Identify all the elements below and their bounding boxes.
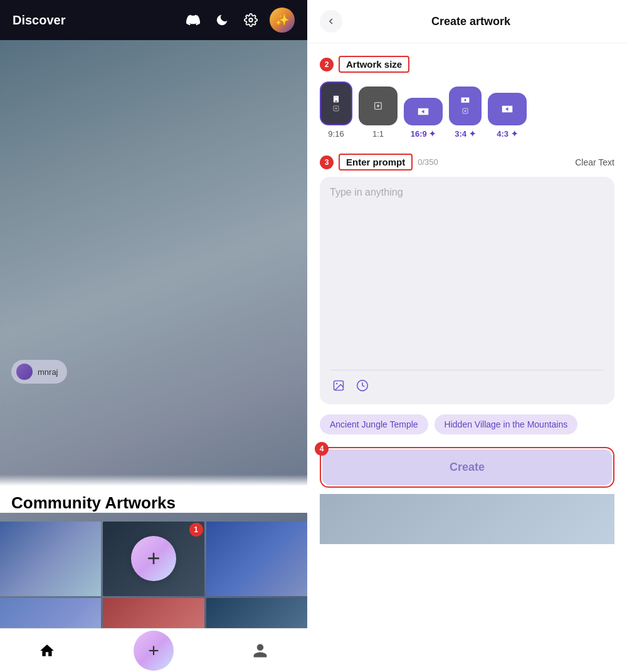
discover-title: Discover: [13, 13, 66, 28]
size-option-11[interactable]: 1:1: [359, 87, 398, 139]
left-background: mnraj Community Artworks 1 +: [0, 40, 307, 672]
page-title: Create artwork: [350, 15, 592, 28]
bottom-nav: +: [0, 628, 307, 672]
community-section: Community Artworks 1 +: [0, 475, 307, 672]
enter-prompt-label: Enter prompt: [339, 154, 413, 171]
right-panel: Create artwork 2 Artwork size 9:16: [307, 0, 627, 672]
add-artwork-button[interactable]: +: [131, 536, 176, 581]
step-2-badge: 2: [320, 58, 334, 71]
artwork-size-header: 2 Artwork size: [320, 56, 614, 73]
suggestion-chip-1[interactable]: Hidden Village in the Mountains: [435, 414, 578, 434]
community-title: Community Artworks: [0, 475, 307, 513]
size-btn-169[interactable]: [404, 98, 443, 125]
svg-point-4: [377, 105, 379, 107]
svg-point-0: [249, 18, 253, 22]
suggestion-chip-0[interactable]: Ancient Jungle Temple: [320, 414, 428, 434]
svg-point-2: [335, 108, 337, 110]
size-btn-43[interactable]: [488, 93, 527, 125]
suggestions: Ancient Jungle Temple Hidden Village in …: [320, 414, 614, 434]
size-options: 9:16 1:1 16:9 ✦: [320, 81, 614, 139]
bottom-image-strip: [320, 494, 614, 544]
svg-point-6: [465, 110, 466, 112]
moon-icon[interactable]: [212, 10, 232, 30]
username-label: mnraj: [38, 367, 58, 377]
prompt-count: 0/350: [418, 157, 438, 167]
discord-icon[interactable]: [183, 10, 203, 30]
grid-cell-1: [0, 522, 101, 596]
add-icon: +: [147, 545, 160, 572]
size-option-169[interactable]: 16:9 ✦: [404, 98, 443, 139]
nav-profile[interactable]: [252, 643, 268, 659]
size-label-916: 9:16: [328, 129, 344, 139]
nav-create[interactable]: +: [134, 631, 174, 671]
history-tool-icon[interactable]: [354, 377, 371, 394]
grid-cell-3: [206, 522, 307, 596]
size-label-43: 4:3 ✦: [497, 129, 517, 139]
prompt-toolbar: [330, 370, 604, 394]
badge-1: 1: [189, 523, 203, 537]
size-label-169: 16:9 ✦: [411, 129, 436, 139]
size-btn-11[interactable]: [359, 87, 398, 125]
image-tool-icon[interactable]: [330, 377, 347, 394]
back-button[interactable]: [320, 10, 342, 33]
prompt-section: 3 Enter prompt 0/350 Clear Text: [320, 154, 614, 404]
prompt-textarea-wrapper: [320, 177, 614, 404]
user-avatar-header[interactable]: ✨: [270, 8, 295, 33]
prompt-header: 3 Enter prompt 0/350 Clear Text: [320, 154, 614, 171]
step-4-badge: 4: [315, 442, 329, 456]
size-btn-34[interactable]: [449, 87, 482, 125]
grid-cell-add[interactable]: 1 +: [103, 522, 204, 596]
artwork-size-label: Artwork size: [339, 56, 409, 73]
user-pill[interactable]: mnraj: [11, 360, 67, 384]
prompt-header-left: 3 Enter prompt 0/350: [320, 154, 438, 171]
nav-home[interactable]: [39, 643, 55, 659]
left-panel: Discover ✨: [0, 0, 307, 672]
create-annotation-box: 4 Create: [320, 447, 614, 488]
left-header: Discover ✨: [0, 0, 307, 40]
right-header: Create artwork: [307, 0, 627, 43]
size-label-34: 3:4 ✦: [455, 129, 475, 139]
size-option-916[interactable]: 9:16: [320, 81, 352, 139]
prompt-input[interactable]: [330, 187, 604, 362]
svg-point-8: [336, 383, 338, 385]
size-option-43[interactable]: 4:3 ✦: [488, 93, 527, 139]
create-button[interactable]: Create: [322, 449, 612, 485]
header-icons: ✨: [183, 8, 295, 33]
create-section: 4 Create: [320, 447, 614, 488]
size-option-34[interactable]: 3:4 ✦: [449, 87, 482, 139]
right-content: 2 Artwork size 9:16 1:1: [307, 43, 627, 672]
size-label-11: 1:1: [372, 129, 384, 139]
clear-text-button[interactable]: Clear Text: [575, 157, 614, 167]
user-avatar-pill: [16, 364, 33, 380]
step-3-badge: 3: [320, 155, 334, 169]
settings-icon[interactable]: [241, 10, 261, 30]
size-btn-916[interactable]: [320, 81, 352, 125]
